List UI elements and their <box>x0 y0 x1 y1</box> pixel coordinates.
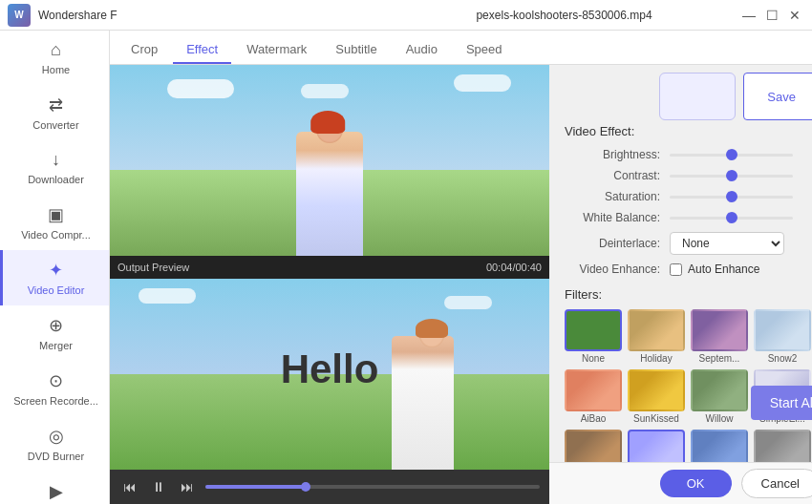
converter-icon: ⇄ <box>49 94 63 116</box>
sidebar-item-home[interactable]: ⌂ Home <box>0 31 109 85</box>
filter-glow[interactable]: Glow <box>628 430 685 462</box>
filter-september-label: Septem... <box>691 353 748 364</box>
sidebar-item-video-compressor[interactable]: ▣ Video Compr... <box>0 195 109 250</box>
video-panel: Output Preview 00:04/00:40 <box>110 65 549 504</box>
video-compressor-icon: ▣ <box>48 204 64 225</box>
filter-retro[interactable]: Retro <box>565 430 622 462</box>
filter-willow-label: Willow <box>691 413 748 424</box>
title-bar: W Wondershare F pexels-koolshooters-8530… <box>0 0 812 31</box>
video-top-preview: Output Preview 00:04/00:40 <box>110 65 549 256</box>
sidebar-item-screen-recorder[interactable]: ⊙ Screen Recorde... <box>0 361 109 416</box>
time-display: 00:04/00:40 <box>486 262 542 273</box>
play-pause-button[interactable]: ⏸ <box>148 477 169 496</box>
filter-raindrop-thumb <box>691 430 748 462</box>
sidebar-item-dvd-burner[interactable]: ◎ DVD Burner <box>0 416 109 472</box>
sidebar-item-label: Converter <box>32 119 78 131</box>
sidebar-item-player[interactable]: ▶ Player <box>0 472 109 504</box>
filter-raindrop[interactable]: RainDrop <box>691 430 748 462</box>
white-balance-slider[interactable] <box>670 217 793 220</box>
tab-crop[interactable]: Crop <box>118 36 171 64</box>
filter-holiday[interactable]: Holiday <box>628 309 685 364</box>
filter-bwnoise[interactable]: BW_Noise <box>754 430 811 462</box>
downloader-icon: ↓ <box>52 150 60 170</box>
sidebar-item-label: Downloader <box>28 174 84 185</box>
progress-thumb <box>301 482 310 492</box>
deinterlace-select[interactable]: None Yadif Yadif2x <box>670 232 784 255</box>
brightness-slider[interactable] <box>670 154 793 157</box>
filter-snow2[interactable]: Snow2 <box>754 309 811 364</box>
brightness-label: Brightness: <box>565 148 670 161</box>
video-effect-label: Video Effect: <box>565 124 812 138</box>
saturation-slider[interactable] <box>670 196 793 199</box>
tab-watermark[interactable]: Watermark <box>233 36 320 64</box>
filter-sunkissed[interactable]: SunKissed <box>628 369 685 424</box>
content-area: Crop Effect Watermark Subtitle Audio Spe… <box>110 31 812 504</box>
deinterlace-row: Deinterlace: None Yadif Yadif2x <box>565 232 812 255</box>
tab-subtitle[interactable]: Subtitle <box>322 36 390 64</box>
home-icon: ⌂ <box>51 40 61 60</box>
save-button[interactable]: Save <box>743 73 812 120</box>
saturation-label: Saturation: <box>565 190 670 203</box>
next-button[interactable]: ⏭ <box>177 477 198 496</box>
filters-label: Filters: <box>565 287 812 302</box>
filter-none-label: None <box>565 353 622 364</box>
hello-text: Hello <box>281 346 379 392</box>
player-icon: ▶ <box>50 481 63 502</box>
sidebar-item-converter[interactable]: ⇄ Converter <box>0 85 109 140</box>
tab-effect[interactable]: Effect <box>173 36 231 64</box>
filter-willow[interactable]: Willow <box>691 369 748 424</box>
maximize-button[interactable]: ☐ <box>762 6 781 25</box>
sidebar-item-label: DVD Burner <box>28 451 84 462</box>
progress-bar[interactable] <box>205 485 540 489</box>
filter-bwnoise-thumb <box>754 430 811 462</box>
white-balance-label: White Balance: <box>565 211 670 224</box>
app-name: Wondershare F <box>38 9 389 22</box>
filter-snow2-label: Snow2 <box>754 353 811 364</box>
auto-enhance-text: Auto Enhance <box>688 262 759 276</box>
video-enhance-row: Video Enhance: Auto Enhance <box>565 262 812 276</box>
prev-button[interactable]: ⏮ <box>119 477 140 496</box>
brightness-row: Brightness: 0 <box>565 148 812 161</box>
video-editor-icon: ✦ <box>49 260 63 281</box>
sidebar: ⌂ Home ⇄ Converter ↓ Downloader ▣ Video … <box>0 31 110 504</box>
cancel-button[interactable]: Cancel <box>741 469 812 498</box>
output-preview-label: Output Preview <box>118 262 189 273</box>
sidebar-item-video-editor[interactable]: ✦ Video Editor <box>0 250 109 305</box>
tab-audio[interactable]: Audio <box>393 36 451 64</box>
sidebar-item-label: Video Editor <box>28 284 85 296</box>
ok-button[interactable]: OK <box>660 470 732 497</box>
tab-speed[interactable]: Speed <box>453 36 516 64</box>
minimize-button[interactable]: — <box>739 6 759 25</box>
filter-willow-thumb <box>691 369 748 411</box>
white-balance-row: White Balance: 0 <box>565 211 812 224</box>
filter-none-thumb <box>565 309 622 351</box>
filter-holiday-label: Holiday <box>628 353 685 364</box>
file-name: pexels-koolshooters-8530006.mp4 <box>389 9 739 22</box>
dvd-burner-icon: ◎ <box>49 426 64 447</box>
start-all-button[interactable]: Start All <box>751 386 812 420</box>
sidebar-item-downloader[interactable]: ↓ Downloader <box>0 140 109 195</box>
sidebar-item-label: Screen Recorde... <box>13 395 98 407</box>
filter-aibao-thumb <box>565 369 622 411</box>
filter-aibao[interactable]: AiBao <box>565 369 622 424</box>
deinterlace-label: Deinterlace: <box>565 237 670 250</box>
contrast-slider[interactable] <box>670 175 793 178</box>
video-bottom: Hello <box>110 279 549 470</box>
filter-none[interactable]: None <box>565 309 622 364</box>
progress-fill <box>205 485 306 489</box>
sidebar-item-merger[interactable]: ⊕ Merger <box>0 305 109 361</box>
filter-september[interactable]: Septem... <box>691 309 748 364</box>
close-button[interactable]: ✕ <box>785 6 804 25</box>
sidebar-item-label: Merger <box>39 340 73 351</box>
sidebar-item-label: Video Compr... <box>21 229 91 241</box>
filter-sunkissed-label: SunKissed <box>628 413 685 424</box>
auto-enhance-checkbox[interactable] <box>670 263 682 276</box>
white-balance-value: 0 <box>801 211 812 224</box>
filter-holiday-thumb <box>628 309 685 351</box>
video-divider: Output Preview 00:04/00:40 <box>110 256 549 279</box>
brightness-value: 0 <box>801 148 812 161</box>
contrast-row: Contrast: 0 <box>565 169 812 182</box>
filter-sunkissed-thumb <box>628 369 685 411</box>
filter-retro-thumb <box>565 430 622 462</box>
video-enhance-label: Video Enhance: <box>565 262 670 276</box>
